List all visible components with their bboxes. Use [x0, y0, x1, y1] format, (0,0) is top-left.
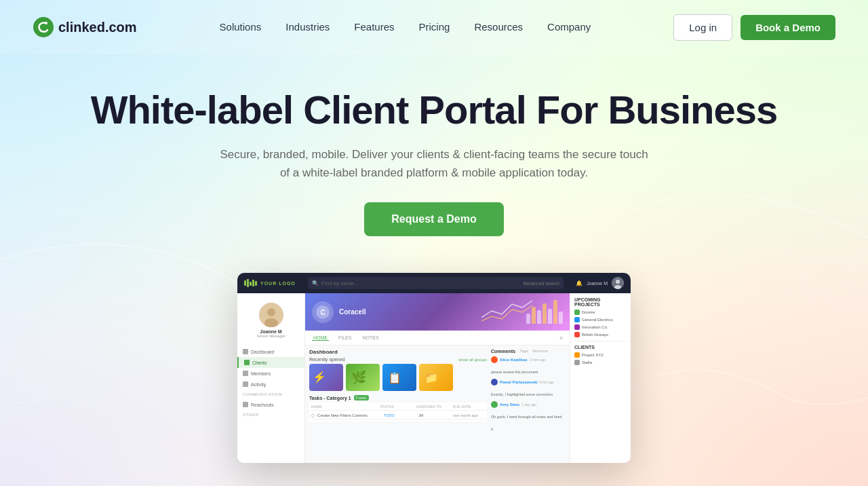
- project-item-0: Donnie: [574, 310, 627, 315]
- hero-title: White-label Client Portal For Business: [14, 88, 854, 132]
- project-item-2: Innovation Co.: [574, 324, 627, 330]
- dashboard-title-row: Dashboard: [309, 349, 487, 355]
- sidebar-nav-clients-label: Clients: [252, 360, 267, 365]
- svg-rect-3: [247, 279, 249, 287]
- client-label-0: Project XYZ: [582, 353, 604, 357]
- svg-text:⚡: ⚡: [313, 371, 326, 384]
- dashboard-preview: YOUR LOGO 🔍 Find by name... Advanced sea…: [237, 273, 631, 463]
- sidebar-nav-activity[interactable]: Activity: [237, 379, 304, 390]
- dashboard-logo-text: YOUR LOGO: [260, 281, 296, 286]
- hero-subtitle: Secure, branded, mobile. Deliver your cl…: [217, 145, 651, 182]
- navigation: clinked.com Solutions Industries Feature…: [0, 0, 868, 54]
- nav-item-company[interactable]: Company: [547, 21, 591, 33]
- comment-time-1: 8 hrs ago: [540, 380, 554, 384]
- dashboard-search[interactable]: 🔍 Find by name... Advanced search: [308, 277, 564, 289]
- comment-2: Amy Sims 1 day ago Oh gosh, I went throu…: [491, 401, 566, 433]
- file-card-2[interactable]: 📋: [382, 364, 416, 391]
- dashboard-username: Joanne M: [587, 281, 608, 286]
- client-dot-0: [574, 352, 580, 358]
- file-card-1[interactable]: 🌿: [346, 364, 380, 391]
- col-name: NAME: [311, 405, 376, 409]
- tasks-title: Tasks - Category 1: [309, 396, 351, 400]
- versions-label: Versions: [532, 349, 548, 354]
- comment-0: Alice Keplikas 2 mins ago please review …: [491, 356, 566, 376]
- show-all-groups[interactable]: show all groups: [458, 358, 487, 362]
- tags-label: Tags: [519, 349, 528, 354]
- nav-item-pricing[interactable]: Pricing: [419, 21, 450, 33]
- recently-opened-header: Recently opened show all groups: [309, 357, 487, 362]
- svg-text:📋: 📋: [388, 371, 401, 384]
- tab-home[interactable]: HOME: [312, 335, 329, 341]
- sidebar-section-communication: COMMUNICATION: [237, 390, 304, 399]
- dashboard-body: Joanne M Senior Manager Dashboard Client…: [237, 293, 631, 463]
- project-dot-0: [574, 310, 580, 315]
- table-row: Create New Filters Controls TODO JM one …: [311, 412, 485, 419]
- clients-list-title: CLIENTS: [574, 345, 627, 350]
- book-demo-button[interactable]: Book a Demo: [741, 15, 835, 40]
- nav-item-industries[interactable]: Industries: [285, 21, 330, 33]
- request-demo-button[interactable]: Request a Demo: [364, 202, 503, 236]
- file-card-0[interactable]: ⚡: [309, 364, 343, 391]
- project-label-3: British Airways: [582, 333, 608, 337]
- comment-avatar-0: [491, 356, 498, 363]
- client-item-1: Stella: [574, 360, 627, 365]
- comments-panel: Comments Tags Versions Alice Keplikas 2 …: [491, 349, 566, 439]
- client-name: Coracell: [339, 308, 366, 316]
- nav-item-resources[interactable]: Resources: [474, 21, 523, 33]
- advanced-search-text: Advanced search: [523, 281, 559, 286]
- project-label-1: General Electrics: [582, 318, 613, 322]
- comment-header-0: Alice Keplikas 2 mins ago: [491, 356, 566, 363]
- tasks-table-header: NAME STATUS ASSIGNED TO DUE DATE: [311, 405, 485, 411]
- client-label-1: Stella: [582, 360, 592, 364]
- comment-time-2: 1 day ago: [521, 403, 536, 407]
- svg-point-1: [45, 22, 47, 24]
- task-checkbox[interactable]: [311, 414, 315, 417]
- project-label-0: Donnie: [582, 310, 595, 314]
- logo-link[interactable]: clinked.com: [33, 16, 137, 38]
- client-tabs: HOME FILES NOTES ⚙: [305, 331, 570, 345]
- file-card-3[interactable]: 📁: [419, 364, 453, 391]
- svg-point-0: [33, 17, 54, 37]
- login-button[interactable]: Log in: [673, 14, 732, 41]
- tasks-header: Tasks - Category 1 5 tasks: [309, 395, 487, 400]
- comment-name-1: Pawel Parlaszewski: [500, 380, 538, 384]
- comment-time-0: 2 mins ago: [530, 358, 546, 362]
- svg-point-11: [267, 308, 275, 316]
- svg-point-8: [616, 280, 620, 284]
- sidebar-nav-reachouts[interactable]: Reachouts: [237, 399, 304, 410]
- sidebar-nav-dashboard[interactable]: Dashboard: [237, 346, 304, 357]
- comment-text-0: please review this document: [491, 370, 538, 374]
- recently-opened-files: ⚡ 🌿 📋 📁: [309, 364, 487, 391]
- tab-files[interactable]: FILES: [337, 335, 353, 340]
- tasks-table: NAME STATUS ASSIGNED TO DUE DATE Create …: [309, 403, 487, 422]
- svg-rect-4: [250, 282, 252, 286]
- nav-item-features[interactable]: Features: [354, 21, 394, 33]
- comment-1: Pawel Parlaszewski 8 hrs ago Exactly, I …: [491, 379, 566, 398]
- project-label-2: Innovation Co.: [582, 325, 608, 329]
- sidebar-nav-clients[interactable]: Clients: [237, 357, 304, 368]
- svg-rect-2: [244, 280, 246, 286]
- project-dot-2: [574, 324, 580, 330]
- sidebar-user-name: Joanne M: [260, 329, 281, 334]
- sidebar-user-avatar: Joanne M Senior Manager: [237, 299, 304, 342]
- svg-text:📁: 📁: [425, 371, 438, 384]
- content-area: Dashboard Recently opened show all group…: [305, 345, 570, 443]
- comment-avatar-2: [491, 401, 498, 408]
- divider: [574, 341, 627, 341]
- tasks-badge: 5 tasks: [354, 395, 369, 400]
- dashboard-user-area: 🔔 Joanne M: [576, 277, 624, 289]
- recently-opened-label: Recently opened: [309, 357, 345, 362]
- sidebar-nav-dashboard-label: Dashboard: [251, 350, 274, 354]
- nav-item-solutions[interactable]: Solutions: [220, 21, 262, 33]
- sidebar-user-role: Senior Manager: [256, 334, 285, 338]
- sidebar-nav-members-label: Members: [251, 371, 271, 376]
- client-header: C Coracell: [305, 293, 570, 331]
- sidebar-nav-members[interactable]: Members: [237, 368, 304, 379]
- svg-rect-5: [252, 280, 254, 286]
- dashboard-logo: YOUR LOGO: [244, 279, 296, 287]
- comment-header-2: Amy Sims 1 day ago: [491, 401, 566, 408]
- client-icon: C: [312, 301, 334, 323]
- col-date: DUE DATE: [452, 405, 485, 409]
- svg-text:🌿: 🌿: [351, 370, 367, 385]
- tab-notes[interactable]: NOTES: [361, 335, 380, 340]
